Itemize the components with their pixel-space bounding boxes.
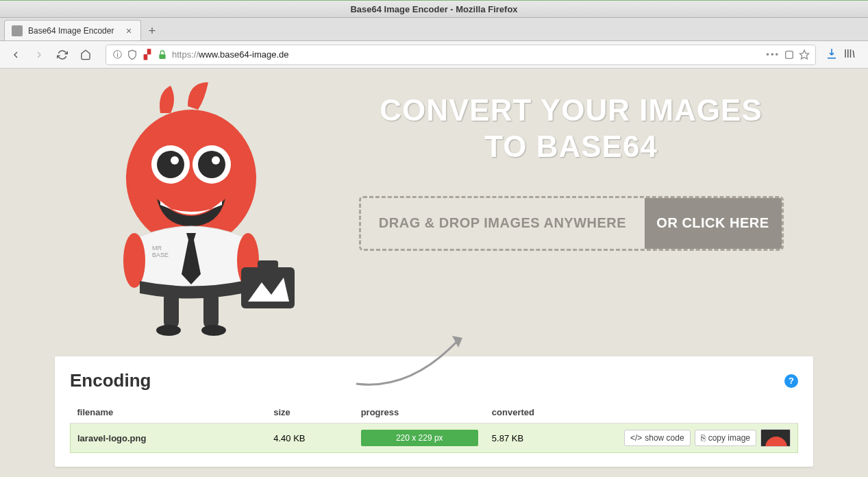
hero-section: MR BASE CONVERT YOUR IMAGES TO BASE64 DR… xyxy=(0,69,868,343)
browser-toolbar: ⓘ ▞ https://www.base64-image.de ••• xyxy=(0,41,868,69)
svg-point-6 xyxy=(171,156,179,164)
window-title: Base64 Image Encoder - Mozilla Firefox xyxy=(350,4,517,14)
url-text: https://www.base64-image.de xyxy=(172,49,762,60)
svg-point-14 xyxy=(156,325,181,336)
bookmark-star-icon[interactable] xyxy=(799,49,810,60)
reader-mode-icon[interactable] xyxy=(784,49,795,60)
svg-point-5 xyxy=(157,151,184,178)
tab-close-button[interactable]: × xyxy=(124,26,134,36)
window-titlebar: Base64 Image Encoder - Mozilla Firefox xyxy=(0,0,868,18)
copy-icon: ⎘ xyxy=(701,433,706,443)
copy-image-button[interactable]: ⎘ copy image xyxy=(695,430,756,446)
page-content: MR BASE CONVERT YOUR IMAGES TO BASE64 DR… xyxy=(0,69,868,477)
hero-title: CONVERT YOUR IMAGES TO BASE64 xyxy=(359,93,784,165)
svg-rect-1 xyxy=(786,51,793,58)
svg-text:BASE: BASE xyxy=(152,252,169,258)
favicon-icon xyxy=(12,25,23,36)
hero-title-line2: TO BASE64 xyxy=(359,129,784,165)
mascot-illustration: MR BASE xyxy=(85,75,318,343)
svg-marker-2 xyxy=(799,50,808,59)
svg-point-9 xyxy=(212,156,220,164)
table-row: laravel-logo.png 4.40 KB 220 x 229 px 5.… xyxy=(71,424,798,453)
show-code-button[interactable]: </> show code xyxy=(624,430,691,446)
svg-rect-13 xyxy=(203,291,219,329)
svg-rect-17 xyxy=(258,260,278,269)
cell-filename: laravel-logo.png xyxy=(71,424,267,453)
svg-rect-16 xyxy=(241,267,295,308)
hero-right: CONVERT YOUR IMAGES TO BASE64 DRAG & DRO… xyxy=(359,75,784,343)
shield-icon[interactable] xyxy=(127,49,138,60)
svg-point-10 xyxy=(123,233,145,288)
thumbnail[interactable] xyxy=(760,429,791,447)
click-here-button[interactable]: OR CLICK HERE xyxy=(645,198,782,249)
info-icon[interactable]: ⓘ xyxy=(112,49,123,60)
browser-tabbar: Base64 Image Encoder × + xyxy=(0,18,868,41)
downloads-button[interactable] xyxy=(826,47,838,62)
col-converted: converted xyxy=(485,402,572,424)
browser-tab[interactable]: Base64 Image Encoder × xyxy=(4,20,141,40)
blocker-icon[interactable]: ▞ xyxy=(142,49,153,60)
page-actions-icon[interactable]: ••• xyxy=(766,49,780,60)
tab-title: Base64 Image Encoder xyxy=(28,26,114,36)
new-tab-button[interactable]: + xyxy=(142,21,162,40)
svg-rect-0 xyxy=(159,54,165,59)
reload-button[interactable] xyxy=(52,45,73,65)
cell-converted: 5.87 KB xyxy=(485,424,572,453)
progress-bar: 220 x 229 px xyxy=(361,430,478,446)
panel-title: Encoding xyxy=(70,370,151,391)
hero-title-line1: CONVERT YOUR IMAGES xyxy=(359,93,784,129)
dropzone[interactable]: DRAG & DROP IMAGES ANYWHERE OR CLICK HER… xyxy=(359,196,784,251)
files-table: filename size progress converted laravel… xyxy=(70,402,798,453)
col-size: size xyxy=(266,402,354,424)
col-filename: filename xyxy=(71,402,267,424)
dropzone-label: DRAG & DROP IMAGES ANYWHERE xyxy=(361,198,645,249)
code-icon: </> xyxy=(630,433,642,443)
home-button[interactable] xyxy=(75,45,96,65)
cell-size: 4.40 KB xyxy=(266,424,354,453)
forward-button[interactable] xyxy=(29,45,49,65)
lock-icon xyxy=(157,49,168,60)
col-progress: progress xyxy=(354,402,485,424)
library-button[interactable] xyxy=(843,47,856,62)
arrow-illustration xyxy=(349,329,486,391)
svg-text:MR: MR xyxy=(152,245,162,252)
svg-point-15 xyxy=(201,325,226,336)
back-button[interactable] xyxy=(5,45,26,65)
cell-progress: 220 x 229 px xyxy=(354,424,485,453)
svg-rect-12 xyxy=(164,291,179,329)
svg-point-8 xyxy=(198,151,225,178)
help-icon[interactable]: ? xyxy=(784,374,798,388)
url-bar[interactable]: ⓘ ▞ https://www.base64-image.de ••• xyxy=(106,45,816,65)
